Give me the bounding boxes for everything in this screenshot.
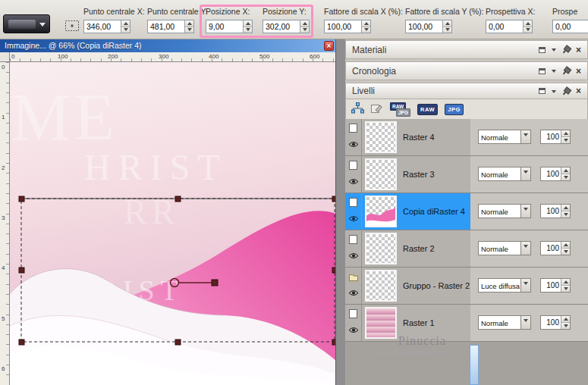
raw-badge[interactable]: RAW (417, 104, 438, 115)
opacity-input[interactable]: 100 (540, 241, 571, 255)
field-value: 481,00 (148, 20, 184, 33)
spinner[interactable] (561, 279, 570, 292)
blend-mode-select[interactable]: Normale (478, 315, 531, 330)
layer-row-main[interactable]: Raster 4 (345, 119, 470, 155)
layer-thumbnail[interactable] (365, 196, 397, 227)
close-panel-icon[interactable]: × (576, 87, 581, 95)
spinner[interactable] (243, 20, 252, 33)
ruler-label: 500 (259, 53, 269, 60)
image-window-title: Immagine... @ 66% (Copia diRaster 4) (5, 41, 141, 50)
edit-selection-icon[interactable] (371, 102, 383, 117)
panel-title: Cronologia (352, 66, 396, 77)
blend-mode-select[interactable]: Normale (478, 204, 531, 218)
float-panel-icon[interactable] (539, 47, 546, 53)
ruler-label: 1 (2, 114, 5, 121)
ruler-label: 4 (2, 264, 5, 271)
layer-thumbnail[interactable] (365, 121, 397, 153)
layer-row[interactable]: Raster 1 Normale 100 (345, 305, 588, 342)
jpg-badge[interactable]: JPG (445, 104, 464, 115)
layer-thumbnail[interactable] (365, 270, 397, 302)
field-label: Posizione Y: (263, 7, 310, 17)
opacity-value: 100 (541, 242, 561, 255)
fattore-scala-y-input[interactable]: 100,00 (405, 20, 452, 33)
layer-row-group[interactable]: Gruppo - Raster 2 Luce diffusa 100 (345, 268, 588, 305)
pin-icon[interactable] (561, 86, 572, 97)
float-panel-icon[interactable] (539, 68, 546, 74)
opacity-input[interactable]: 100 (540, 130, 571, 144)
blend-mode-value: Normale (479, 242, 520, 255)
opacity-input[interactable]: 100 (540, 204, 571, 218)
panel-header-livelli[interactable]: Livelli × (345, 83, 588, 99)
visibility-eye-icon[interactable] (348, 137, 359, 151)
layer-thumbnail[interactable] (365, 233, 397, 264)
layer-row-main[interactable]: Raster 2 (345, 230, 470, 267)
blend-mode-select[interactable]: Luce diffusa (478, 278, 531, 293)
posizione-y-input[interactable]: 302,00 (263, 20, 310, 33)
spinner[interactable] (184, 20, 193, 33)
layer-type-icon (349, 196, 357, 210)
image-window-titlebar[interactable]: Immagine... @ 66% (Copia diRaster 4) × (0, 39, 336, 52)
spinner[interactable] (561, 167, 570, 180)
spinner[interactable] (121, 20, 130, 33)
visibility-eye-icon[interactable] (348, 249, 359, 262)
blend-mode-select[interactable]: Normale (478, 130, 531, 144)
presets-dropdown[interactable] (3, 14, 50, 33)
fattore-scala-x-input[interactable]: 100,00 (324, 20, 371, 33)
ghost-text: HRIST (84, 147, 228, 187)
layer-row-main[interactable]: Copia diRaster 4 (345, 193, 470, 230)
prospettiva-x-input[interactable]: 0,00 (486, 20, 533, 33)
layer-row-selected[interactable]: Copia diRaster 4 Normale 100 (345, 193, 588, 230)
raw-jpg-toggle-icon[interactable]: RAW JPG (390, 102, 410, 117)
close-image-icon[interactable]: × (324, 41, 334, 51)
layer-thumbnail[interactable] (365, 307, 397, 339)
layer-row-main[interactable]: Gruppo - Raster 2 (345, 268, 470, 304)
prospettiva-y-input[interactable]: 0,00 (552, 20, 588, 33)
chevron-down-icon[interactable] (552, 70, 556, 75)
close-panel-icon[interactable]: × (576, 46, 581, 54)
posizione-x-input[interactable]: 9,00 (206, 20, 253, 33)
blend-mode-select[interactable]: Normale (478, 167, 531, 181)
float-panel-icon[interactable] (539, 88, 546, 94)
spinner[interactable] (361, 20, 370, 33)
visibility-eye-icon[interactable] (348, 323, 359, 336)
spinner[interactable] (442, 20, 451, 33)
blend-mode-value: Luce diffusa (479, 279, 520, 292)
layer-row[interactable]: Raster 3 Normale 100 (345, 156, 588, 193)
blend-mode-select[interactable]: Normale (478, 241, 531, 255)
layer-thumbnail[interactable] (365, 158, 397, 190)
opacity-input[interactable]: 100 (540, 315, 571, 330)
chevron-down-icon[interactable] (552, 90, 556, 95)
horizontal-ruler: 0 100 200 300 400 500 600 (10, 52, 336, 62)
spinner[interactable] (561, 242, 570, 255)
ruler-label: 3 (2, 214, 5, 221)
layer-row[interactable]: Raster 4 Normale 100 (345, 119, 588, 156)
spinner[interactable] (523, 20, 532, 33)
punto-centrale-y-input[interactable]: 481,00 (147, 20, 194, 33)
layers-scrollbar[interactable] (470, 345, 479, 385)
pin-icon[interactable] (561, 44, 572, 55)
blend-mode-value: Normale (479, 205, 520, 218)
visibility-eye-icon[interactable] (348, 174, 359, 188)
panel-header-cronologia[interactable]: Cronologia × (345, 61, 588, 80)
layer-row-props: Normale 100 (470, 193, 588, 230)
link-layers-icon[interactable] (351, 102, 364, 117)
pivot-point-icon[interactable] (62, 18, 82, 33)
layer-row-main[interactable]: Raster 3 (345, 156, 470, 192)
image-canvas[interactable]: ME HRIST RR I HRIST (10, 62, 336, 385)
opacity-input[interactable]: 100 (540, 278, 571, 293)
layer-row[interactable]: Raster 2 Normale 100 (345, 230, 588, 268)
visibility-eye-icon[interactable] (348, 211, 359, 225)
visibility-eye-icon[interactable] (348, 286, 359, 299)
panel-header-materiali[interactable]: Materiali × (345, 40, 588, 59)
spinner[interactable] (561, 316, 570, 329)
punto-centrale-x-input[interactable]: 346,00 (83, 20, 130, 33)
spinner[interactable] (561, 130, 570, 143)
spinner[interactable] (561, 205, 570, 218)
spinner[interactable] (300, 20, 309, 33)
chevron-down-icon[interactable] (552, 49, 556, 54)
pin-icon[interactable] (561, 65, 572, 77)
layer-row-props: Luce diffusa 100 (470, 268, 588, 304)
ruler-label: 6 (2, 365, 5, 372)
close-panel-icon[interactable]: × (576, 67, 581, 75)
opacity-input[interactable]: 100 (540, 167, 571, 181)
